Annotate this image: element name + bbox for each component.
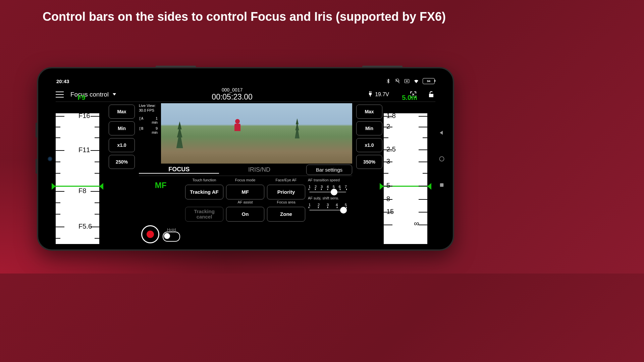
focus-mode-hdr: Focus mode: [226, 178, 264, 184]
nav-home-icon[interactable]: [439, 156, 445, 162]
focus-min-button[interactable]: Min: [356, 121, 382, 135]
iris-x1-button[interactable]: x1.0: [109, 138, 135, 152]
hold-toggle[interactable]: [163, 232, 180, 242]
nav-recent-icon[interactable]: [439, 182, 445, 188]
tracking-cancel-button[interactable]: Tracking cancel: [185, 207, 223, 222]
page-title: Control bars on the sides to control Foc…: [0, 0, 488, 24]
close-box-icon: [404, 78, 410, 84]
record-button[interactable]: [141, 225, 159, 243]
focus-area-hdr: Focus area: [267, 200, 305, 206]
clip-name: 000_0017: [123, 87, 341, 93]
focus-mode-label: MF: [155, 181, 167, 190]
iris-value: F9: [56, 94, 107, 102]
sens-scale: 12345: [308, 203, 347, 207]
shift-sens-label: AF subj. shift sens.: [308, 196, 347, 202]
focus-x1-button[interactable]: x1.0: [356, 138, 382, 152]
nav-back-icon[interactable]: [439, 130, 445, 136]
liveview-info: Live View:30.0 FPS [A1min [B9min: [139, 103, 158, 164]
focus-value: 5.0m: [384, 94, 435, 102]
transition-scale: 1234567: [308, 185, 347, 189]
tab-iris[interactable]: IRIS/ND: [219, 166, 299, 173]
camera-hole: [48, 157, 52, 161]
iris-indicator[interactable]: [52, 186, 103, 187]
shift-sens-slider[interactable]: [309, 209, 346, 211]
plug-icon: [368, 91, 372, 98]
focus-area-button[interactable]: Zone: [267, 207, 305, 222]
transition-speed-label: AF transition speed: [308, 178, 347, 184]
focus-pct-button[interactable]: 350%: [356, 155, 382, 169]
wifi-icon: [413, 78, 419, 84]
iris-max-button[interactable]: Max: [109, 105, 135, 119]
af-assist-button[interactable]: On: [226, 207, 264, 222]
focus-max-button[interactable]: Max: [356, 105, 382, 119]
face-eye-button[interactable]: Priority: [267, 185, 305, 199]
timecode: 00:05:23.00: [123, 93, 341, 102]
tab-focus[interactable]: FOCUS: [139, 166, 219, 174]
touch-function-label: Touch function: [185, 178, 223, 184]
battery-icon: 94: [423, 78, 435, 84]
focus-mode-button[interactable]: MF: [226, 185, 264, 199]
live-preview[interactable]: [161, 103, 352, 164]
svg-point-1: [439, 157, 444, 161]
face-eye-hdr: Face/Eye AF: [267, 178, 305, 184]
bar-settings-button[interactable]: Bar settings: [306, 165, 352, 175]
transition-speed-slider[interactable]: [309, 191, 346, 193]
iris-min-button[interactable]: Min: [109, 121, 135, 135]
iris-scale[interactable]: F16 F11 F8 F5.6: [56, 113, 99, 244]
vibrate-icon: [394, 78, 400, 84]
focus-scale[interactable]: 1.8 2 2.5 3 5 8 15 ∞: [384, 113, 427, 244]
af-assist-hdr: AF assist: [226, 200, 264, 206]
svg-rect-2: [440, 183, 444, 187]
phone-frame: 20:43 94 Focus control 000_0017 00:05:23…: [37, 67, 454, 251]
status-bar: 20:43 94: [44, 77, 447, 85]
iris-pct-button[interactable]: 250%: [109, 155, 135, 169]
tracking-af-button[interactable]: Tracking AF: [185, 185, 223, 199]
bluetooth-icon: [385, 78, 391, 84]
clock: 20:43: [56, 78, 69, 84]
